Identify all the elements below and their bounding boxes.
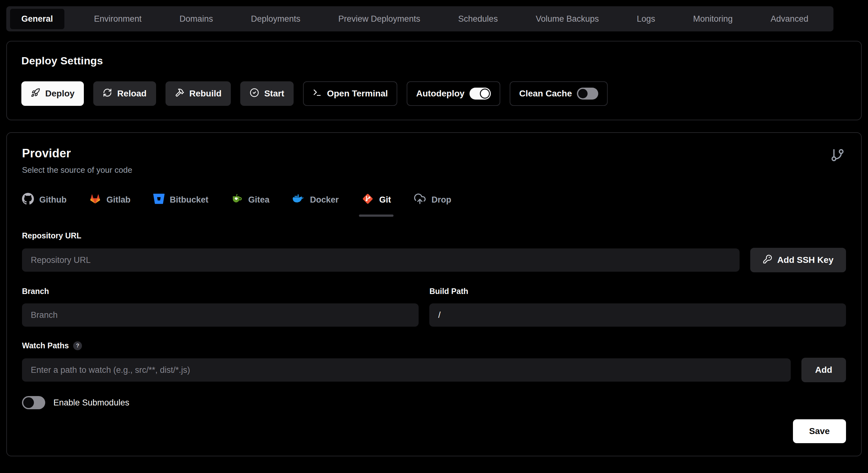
key-icon — [763, 254, 772, 266]
autodeploy-control: Autodeploy — [407, 81, 500, 106]
clean-cache-toggle[interactable] — [577, 88, 598, 100]
autodeploy-toggle[interactable] — [469, 88, 491, 100]
clean-cache-label: Clean Cache — [519, 89, 572, 99]
rebuild-button-label: Rebuild — [189, 89, 222, 99]
tab-domains[interactable]: Domains — [172, 9, 221, 29]
toggle-thumb — [578, 89, 588, 98]
enable-submodules-label: Enable Submodules — [53, 398, 129, 408]
git-branch-icon — [830, 148, 845, 164]
provider-tab-docker[interactable]: Docker — [292, 192, 339, 207]
add-ssh-key-button[interactable]: Add SSH Key — [750, 248, 846, 272]
provider-tab-bitbucket[interactable]: Bitbucket — [153, 193, 209, 207]
provider-tab-gitea[interactable]: Gitea — [231, 193, 270, 207]
provider-tab-label: Docker — [310, 195, 339, 205]
enable-submodules-toggle[interactable] — [22, 396, 45, 409]
tab-volume-backups[interactable]: Volume Backups — [528, 9, 607, 29]
github-icon — [22, 193, 34, 207]
toggle-thumb — [480, 89, 490, 99]
repository-url-input[interactable] — [22, 248, 740, 272]
tab-advanced[interactable]: Advanced — [763, 9, 816, 29]
toggle-thumb — [23, 397, 34, 408]
circle-check-icon — [250, 88, 259, 100]
provider-tab-label: Gitlab — [106, 195, 131, 205]
tab-environment[interactable]: Environment — [86, 9, 150, 29]
reload-button-label: Reload — [117, 89, 146, 99]
provider-card: Provider Select the source of your code … — [6, 132, 862, 456]
deploy-button[interactable]: Deploy — [21, 81, 84, 106]
bitbucket-icon — [153, 193, 164, 207]
rebuild-button[interactable]: Rebuild — [165, 81, 231, 106]
save-button[interactable]: Save — [793, 419, 846, 443]
build-path-label: Build Path — [429, 287, 846, 296]
deploy-settings-card: Deploy Settings Deploy Reload Rebuild St… — [6, 41, 862, 120]
hammer-icon — [175, 88, 184, 100]
add-ssh-key-label: Add SSH Key — [777, 255, 833, 265]
provider-tab-label: Github — [39, 195, 67, 205]
branch-label: Branch — [22, 287, 418, 296]
clean-cache-control: Clean Cache — [510, 81, 608, 106]
build-path-field: Build Path — [429, 287, 846, 327]
deploy-settings-title: Deploy Settings — [21, 55, 847, 67]
deploy-actions-row: Deploy Reload Rebuild Start Open Termina… — [21, 81, 847, 106]
provider-tab-label: Drop — [432, 195, 451, 205]
open-terminal-button[interactable]: Open Terminal — [303, 81, 397, 106]
refresh-icon — [103, 88, 112, 100]
save-button-label: Save — [809, 426, 830, 436]
repository-url-label: Repository URL — [22, 231, 846, 240]
open-terminal-label: Open Terminal — [327, 89, 388, 99]
help-icon[interactable]: ? — [73, 341, 82, 350]
gitlab-icon — [89, 193, 101, 207]
build-path-input[interactable] — [429, 304, 846, 327]
enable-submodules-control: Enable Submodules — [22, 396, 846, 409]
tab-schedules[interactable]: Schedules — [450, 9, 506, 29]
branch-field: Branch — [22, 287, 418, 327]
autodeploy-label: Autodeploy — [416, 89, 464, 99]
cloud-upload-icon — [413, 192, 426, 207]
save-row: Save — [22, 419, 846, 443]
settings-tab-bar: General Environment Domains Deployments … — [6, 6, 833, 31]
provider-tab-label: Git — [379, 195, 391, 205]
branch-input[interactable] — [22, 304, 418, 327]
provider-tab-gitlab[interactable]: Gitlab — [89, 193, 131, 207]
provider-title: Provider — [22, 147, 846, 160]
provider-tab-drop[interactable]: Drop — [413, 192, 451, 207]
provider-tab-label: Gitea — [248, 195, 270, 205]
watch-paths-label: Watch Paths ? — [22, 341, 846, 350]
provider-tab-github[interactable]: Github — [22, 193, 67, 207]
provider-subtitle: Select the source of your code — [22, 165, 846, 175]
reload-button[interactable]: Reload — [93, 81, 156, 106]
git-provider-form: Repository URL Add SSH Key Branch Build … — [22, 231, 846, 443]
start-button[interactable]: Start — [240, 81, 293, 106]
gitea-icon — [231, 193, 243, 207]
git-logo-icon — [362, 192, 374, 207]
docker-icon — [292, 192, 305, 207]
rocket-icon — [31, 88, 40, 100]
add-watch-path-button[interactable]: Add — [801, 358, 846, 382]
tab-deployments[interactable]: Deployments — [243, 9, 309, 29]
add-watch-path-label: Add — [815, 365, 832, 375]
provider-tab-label: Bitbucket — [170, 195, 209, 205]
provider-tab-git[interactable]: Git — [362, 192, 391, 207]
tab-monitoring[interactable]: Monitoring — [685, 9, 741, 29]
start-button-label: Start — [264, 89, 284, 99]
deploy-button-label: Deploy — [45, 89, 74, 99]
terminal-icon — [312, 88, 322, 100]
tab-general[interactable]: General — [10, 9, 64, 29]
provider-tab-list: Github Gitlab Bitbucket Gitea Docker Git — [22, 192, 846, 207]
watch-path-input[interactable] — [22, 358, 791, 382]
tab-preview-deployments[interactable]: Preview Deployments — [330, 9, 428, 29]
tab-logs[interactable]: Logs — [629, 9, 663, 29]
page-root: General Environment Domains Deployments … — [0, 0, 868, 473]
